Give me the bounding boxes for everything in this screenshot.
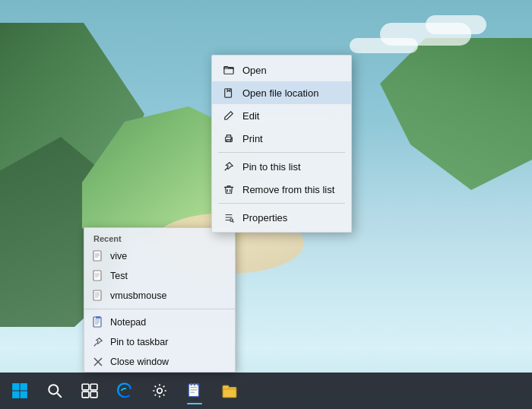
- close-window-label: Close window: [110, 357, 169, 367]
- vmusbmouse-label: vmusbmouse: [110, 290, 166, 301]
- windows-icon: [11, 382, 28, 399]
- vive-label: vive: [110, 251, 127, 262]
- pin-taskbar-label: Pin to taskbar: [110, 337, 168, 347]
- pin-action-icon: [92, 336, 104, 348]
- svg-point-8: [230, 219, 233, 222]
- settings-button[interactable]: [143, 374, 176, 407]
- search-icon: [46, 382, 63, 399]
- ctx-print-label: Print: [242, 133, 263, 144]
- trash-icon: [223, 183, 235, 195]
- folder-open-icon: [223, 64, 235, 76]
- cloud-2: [426, 15, 486, 34]
- svg-rect-34: [12, 383, 19, 390]
- context-menu: Open Open file location Edit: [211, 55, 352, 233]
- vmusbmouse-document-icon: [92, 290, 104, 302]
- svg-rect-42: [82, 392, 89, 398]
- test-document-icon: [92, 270, 104, 282]
- notepad-action-label: Notepad: [110, 317, 146, 328]
- ctx-properties-label: Properties: [242, 212, 287, 224]
- svg-line-9: [233, 221, 233, 222]
- svg-rect-36: [12, 392, 19, 398]
- svg-line-31: [94, 344, 97, 347]
- svg-rect-3: [226, 140, 230, 142]
- ctx-divider-1: [218, 152, 345, 153]
- jump-list-close-window[interactable]: Close window: [84, 352, 235, 372]
- ctx-properties[interactable]: Properties: [212, 206, 351, 229]
- notepad-icon: [92, 316, 104, 328]
- ctx-pin-to-list-label: Pin to this list: [242, 161, 301, 173]
- svg-rect-37: [21, 392, 27, 398]
- svg-point-44: [157, 388, 163, 394]
- cloud-3: [350, 38, 418, 53]
- ctx-edit[interactable]: Edit: [212, 104, 351, 127]
- notepad-taskbar-icon: [186, 382, 203, 399]
- ctx-remove-from-list[interactable]: Remove from this list: [212, 178, 351, 201]
- edit-icon: [223, 109, 235, 122]
- jump-list-item-vmusbmouse[interactable]: vmusbmouse: [84, 286, 235, 306]
- ctx-open-label: Open: [242, 65, 267, 76]
- svg-line-39: [57, 393, 62, 398]
- ctx-open-file-location[interactable]: Open file location: [212, 81, 351, 104]
- file-location-icon: [223, 87, 235, 99]
- taskbar: [0, 373, 532, 409]
- svg-point-38: [49, 385, 58, 394]
- close-action-icon: [92, 356, 104, 368]
- svg-line-5: [225, 168, 228, 171]
- print-icon: [223, 132, 235, 144]
- svg-rect-35: [21, 383, 27, 390]
- explorer-button[interactable]: [213, 374, 246, 407]
- svg-rect-43: [90, 392, 97, 398]
- ctx-open[interactable]: Open: [212, 59, 351, 81]
- settings-icon: [151, 382, 168, 399]
- edge-icon: [116, 382, 133, 399]
- edge-button[interactable]: [108, 374, 141, 407]
- ctx-open-file-location-label: Open file location: [242, 87, 318, 99]
- ctx-print[interactable]: Print: [212, 127, 351, 150]
- task-view-icon: [81, 382, 98, 399]
- vive-document-icon: [92, 250, 104, 262]
- notepad-taskbar-button[interactable]: [178, 374, 211, 407]
- svg-rect-40: [82, 384, 89, 390]
- test-label: Test: [110, 271, 128, 281]
- svg-rect-45: [188, 384, 198, 397]
- properties-icon: [223, 211, 235, 224]
- svg-rect-53: [223, 385, 229, 388]
- jump-list-item-vive[interactable]: vive: [84, 246, 235, 266]
- ctx-edit-label: Edit: [242, 110, 259, 122]
- jump-list: Recent vive Test: [84, 227, 236, 373]
- jump-list-notepad[interactable]: Notepad: [84, 312, 235, 332]
- explorer-icon: [221, 382, 238, 399]
- jump-list-divider: [84, 309, 235, 309]
- pin-icon: [223, 160, 235, 173]
- jump-list-pin-taskbar[interactable]: Pin to taskbar: [84, 332, 235, 352]
- ctx-divider-2: [218, 203, 345, 204]
- ctx-remove-from-list-label: Remove from this list: [242, 184, 334, 195]
- start-button[interactable]: [3, 374, 36, 407]
- svg-point-4: [231, 138, 232, 139]
- svg-rect-41: [90, 384, 97, 390]
- task-view-button[interactable]: [73, 374, 106, 407]
- jump-list-item-test[interactable]: Test: [84, 266, 235, 286]
- search-button[interactable]: [38, 374, 71, 407]
- ctx-pin-to-list[interactable]: Pin to this list: [212, 155, 351, 178]
